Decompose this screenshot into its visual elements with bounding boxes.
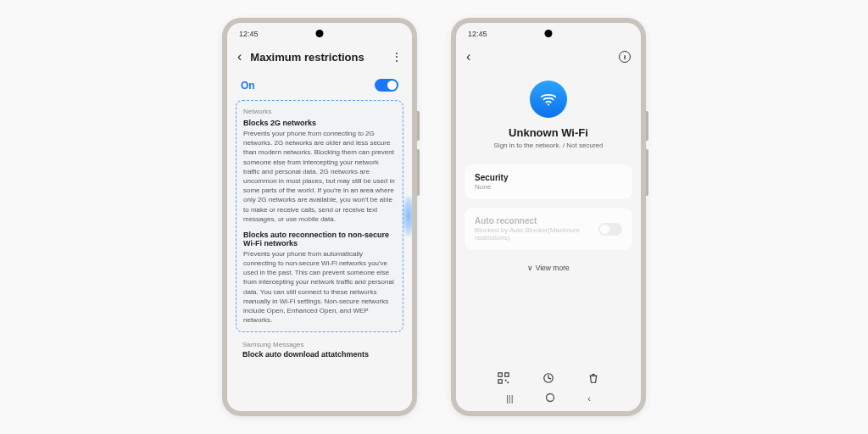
svg-point-0 <box>548 103 549 105</box>
header: ‹ i <box>456 45 641 72</box>
refresh-icon[interactable] <box>542 372 554 384</box>
back-icon[interactable]: ‹ <box>466 50 470 64</box>
auto-reconnect-sub: Blocked by Auto Blocker(Maximum restrict… <box>475 226 598 242</box>
item-desc-wifi: Prevents your phone from automatically c… <box>243 249 396 326</box>
view-more-label: View more <box>536 264 570 272</box>
view-more-button[interactable]: ∨ View more <box>465 259 632 277</box>
highlighted-section: Networks Blocks 2G networks Prevents you… <box>236 100 403 332</box>
toggle-label: On <box>241 80 255 92</box>
bottom-actions <box>465 365 632 387</box>
security-value: None <box>475 183 622 191</box>
phone-right: 12:45 ‹ i Unknown Wi-Fi Sign in to the n… <box>451 18 646 416</box>
screen-right: 12:45 ‹ i Unknown Wi-Fi Sign in to the n… <box>456 23 641 411</box>
camera-cutout <box>316 30 324 37</box>
status-time: 12:45 <box>239 30 259 38</box>
section-label-messages: Samsung Messages <box>236 341 403 348</box>
auto-reconnect-card: Auto reconnect Blocked by Auto Blocker(M… <box>465 208 632 250</box>
master-toggle[interactable] <box>375 79 398 92</box>
item-desc-2g: Prevents your phone from connecting to 2… <box>243 129 396 224</box>
wifi-icon <box>530 81 567 118</box>
scrollbar-thumb[interactable] <box>402 195 412 237</box>
nav-bar: ||| ‹ <box>465 387 632 411</box>
wifi-name: Unknown Wi-Fi <box>509 126 588 139</box>
svg-rect-5 <box>508 381 509 383</box>
delete-icon[interactable] <box>587 372 599 384</box>
svg-rect-1 <box>498 373 502 376</box>
wifi-hero: Unknown Wi-Fi Sign in to the network. / … <box>465 72 632 164</box>
item-title-wifi: Blocks auto reconnection to non-secure W… <box>243 231 396 248</box>
svg-rect-3 <box>498 380 502 383</box>
section-label-networks: Networks <box>243 108 396 115</box>
qr-icon[interactable] <box>498 372 509 384</box>
info-icon[interactable]: i <box>619 51 631 63</box>
master-toggle-row: On <box>236 72 403 100</box>
screen-left: 12:45 ‹ Maximum restrictions ⋮ On Networ… <box>227 23 412 411</box>
item-title-2g: Blocks 2G networks <box>243 119 396 127</box>
item-title-attachments: Block auto download attatchments <box>236 350 403 359</box>
nav-home[interactable] <box>545 392 555 404</box>
camera-cutout <box>545 30 553 37</box>
nav-recents[interactable]: ||| <box>506 393 514 403</box>
wifi-subtitle: Sign in to the network. / Not secured <box>494 142 604 149</box>
security-card[interactable]: Security None <box>465 164 632 199</box>
status-time: 12:45 <box>468 30 487 38</box>
content-area: Unknown Wi-Fi Sign in to the network. / … <box>456 72 641 411</box>
auto-reconnect-toggle <box>598 223 622 236</box>
nav-back[interactable]: ‹ <box>587 393 591 403</box>
back-icon[interactable]: ‹ <box>237 50 242 64</box>
svg-rect-4 <box>505 380 507 381</box>
phone-left: 12:45 ‹ Maximum restrictions ⋮ On Networ… <box>222 18 417 416</box>
content-area: On Networks Blocks 2G networks Prevents … <box>227 72 412 411</box>
chevron-down-icon: ∨ <box>527 264 533 272</box>
header: ‹ Maximum restrictions ⋮ <box>227 45 412 72</box>
svg-point-7 <box>547 394 554 402</box>
svg-rect-2 <box>505 373 509 376</box>
security-label: Security <box>475 173 622 182</box>
page-title: Maximum restrictions <box>250 51 382 64</box>
auto-reconnect-label: Auto reconnect <box>475 216 598 225</box>
more-icon[interactable]: ⋮ <box>391 50 402 64</box>
